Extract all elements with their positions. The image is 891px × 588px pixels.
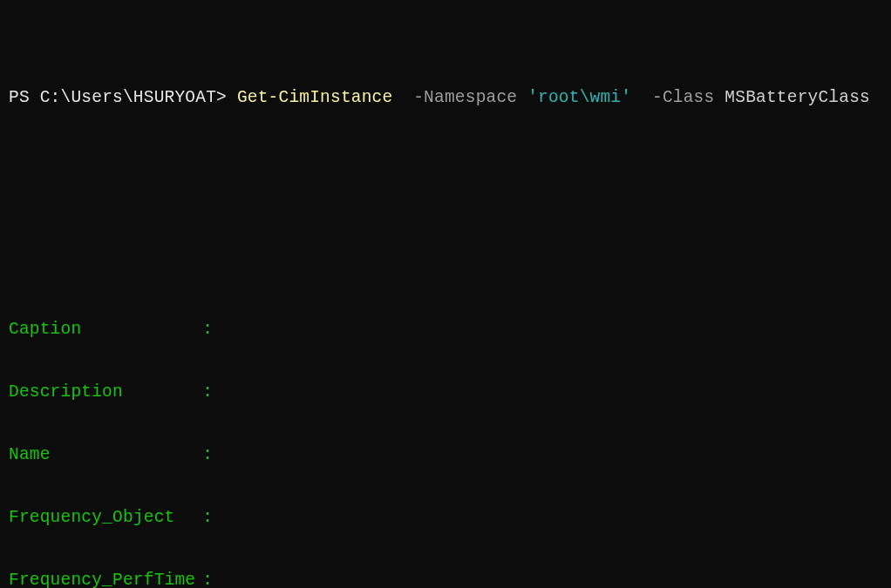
terminal[interactable]: PS C:\Users\HSURYOAT> Get-CimInstance -N… <box>0 0 891 588</box>
ps-path: C:\Users\HSURYOAT <box>40 88 216 107</box>
output-row: Name: <box>9 444 882 465</box>
output-row: Caption: <box>9 319 882 340</box>
ps-prefix: PS <box>9 88 40 107</box>
colon: : <box>202 507 213 528</box>
property-name: Frequency_PerfTime <box>9 570 202 588</box>
ps-suffix: > <box>216 88 227 107</box>
arg-namespace: 'root\wmi' <box>527 88 631 107</box>
output-row: Frequency_Object: <box>9 507 882 528</box>
arg-class: MSBatteryClass <box>724 88 870 107</box>
param-namespace: -Namespace <box>413 88 517 107</box>
blank-line <box>9 172 882 193</box>
colon: : <box>202 444 213 465</box>
property-name: Caption <box>9 319 202 340</box>
cmdlet-name: Get-CimInstance <box>237 88 393 107</box>
output-row: Frequency_PerfTime: <box>9 570 882 588</box>
output-row: Description: <box>9 382 882 402</box>
colon: : <box>202 319 213 340</box>
param-class: -Class <box>652 88 714 107</box>
prompt-line: PS C:\Users\HSURYOAT> Get-CimInstance -N… <box>9 84 882 110</box>
output-block-1: Caption: Description: Name: Frequency_Ob… <box>9 277 882 588</box>
property-name: Description <box>9 382 202 402</box>
colon: : <box>202 570 213 588</box>
property-name: Name <box>9 444 202 465</box>
colon: : <box>202 382 213 402</box>
property-name: Frequency_Object <box>9 507 202 528</box>
